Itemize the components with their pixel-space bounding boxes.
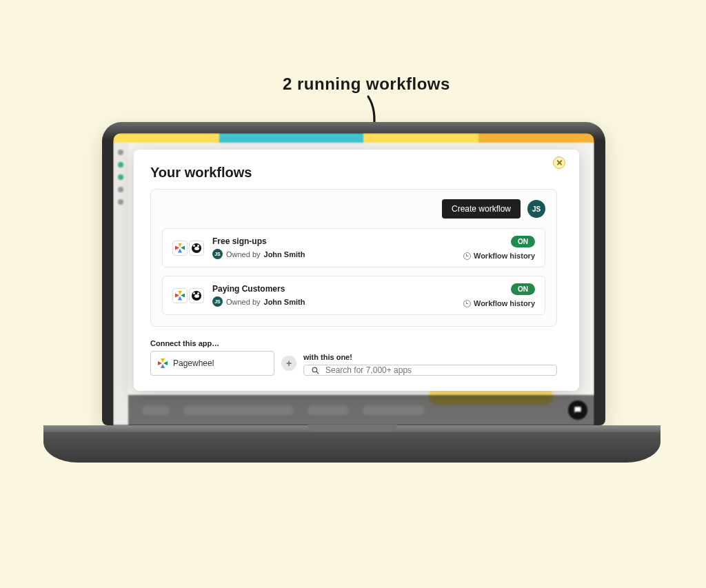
owner-prefix: Owned by bbox=[226, 298, 261, 306]
workflow-owner: JS Owned by John Smith bbox=[212, 249, 455, 259]
clock-icon bbox=[463, 300, 471, 307]
workflow-history-link[interactable]: Workflow history bbox=[463, 299, 535, 307]
app-search-box[interactable] bbox=[303, 365, 557, 376]
pagewheel-icon bbox=[172, 288, 188, 303]
workflow-title: Free sign-ups bbox=[212, 236, 455, 246]
laptop-screen: Your workflows Create workflow JS bbox=[113, 133, 594, 425]
laptop-base bbox=[43, 425, 660, 463]
clock-icon bbox=[463, 252, 471, 260]
workflow-card[interactable]: Free sign-ups JS Owned by John Smith ON bbox=[162, 228, 545, 267]
workflow-history-label: Workflow history bbox=[474, 252, 535, 260]
search-icon bbox=[311, 366, 320, 375]
pagewheel-icon bbox=[158, 358, 168, 368]
svg-line-1 bbox=[316, 372, 319, 374]
chat-icon bbox=[573, 405, 583, 415]
connect-left-label: Connect this app… bbox=[150, 339, 274, 347]
owner-avatar: JS bbox=[212, 249, 223, 259]
workflows-modal: Your workflows Create workflow JS bbox=[134, 150, 579, 391]
app-sidebar-blur bbox=[113, 143, 128, 425]
workflow-status-badge[interactable]: ON bbox=[511, 236, 535, 247]
workflow-history-link[interactable]: Workflow history bbox=[463, 252, 535, 260]
app-search-input[interactable] bbox=[325, 365, 549, 375]
workflow-app-icons bbox=[172, 288, 204, 303]
laptop-frame: Your workflows Create workflow JS bbox=[102, 122, 605, 425]
connect-right-label: with this one! bbox=[303, 353, 557, 361]
workflow-app-icons bbox=[172, 241, 204, 256]
help-button[interactable] bbox=[568, 401, 587, 420]
workflow-owner: JS Owned by John Smith bbox=[212, 296, 455, 307]
workflows-panel: Create workflow JS bbox=[150, 189, 557, 327]
user-avatar[interactable]: JS bbox=[527, 200, 545, 218]
owner-name: John Smith bbox=[264, 298, 305, 306]
connect-apps-row: Connect this app… Pagewheel + with this … bbox=[150, 339, 557, 376]
workflow-history-label: Workflow history bbox=[474, 299, 535, 307]
owner-name: John Smith bbox=[264, 250, 305, 258]
close-button[interactable] bbox=[553, 156, 565, 169]
panel-header: Create workflow JS bbox=[162, 199, 545, 219]
app-tabbar-blur bbox=[113, 133, 594, 143]
mailchimp-icon bbox=[189, 288, 204, 303]
laptop-notch bbox=[307, 425, 397, 432]
create-workflow-button[interactable]: Create workflow bbox=[442, 199, 521, 219]
pagewheel-icon bbox=[172, 241, 188, 256]
workflow-status-badge[interactable]: ON bbox=[511, 283, 535, 295]
plus-icon: + bbox=[281, 356, 296, 371]
connect-app-name: Pagewheel bbox=[173, 358, 214, 368]
mailchimp-icon bbox=[189, 241, 204, 256]
annotation-label: 2 running workflows bbox=[283, 74, 450, 94]
workflow-card[interactable]: Paying Customers JS Owned by John Smith … bbox=[162, 276, 545, 315]
modal-title: Your workflows bbox=[150, 165, 557, 181]
owner-avatar: JS bbox=[212, 296, 223, 307]
connect-app-select[interactable]: Pagewheel bbox=[150, 351, 274, 376]
app-footer-blur bbox=[128, 395, 594, 425]
owner-prefix: Owned by bbox=[226, 250, 261, 258]
svg-point-0 bbox=[312, 367, 317, 372]
workflow-title: Paying Customers bbox=[212, 284, 455, 294]
